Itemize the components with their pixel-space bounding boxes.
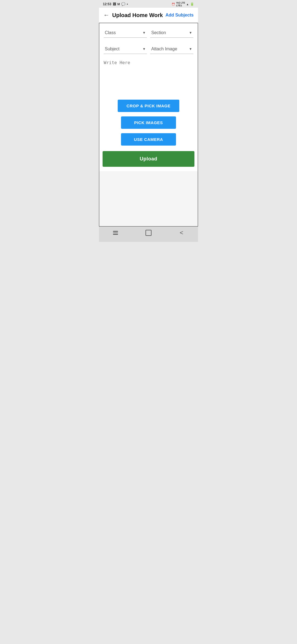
upload-btn-container: Upload (99, 151, 198, 171)
home-button[interactable] (143, 228, 154, 238)
back-button[interactable]: ← (103, 12, 109, 19)
page-title: Upload Home Work (112, 12, 166, 18)
nav-bar: ← Upload Home Work Add Subjects (99, 8, 198, 23)
section-dropdown-label: Section (151, 30, 166, 35)
attach-image-dropdown[interactable]: Attach Image ▼ (150, 44, 193, 54)
crop-pick-image-button[interactable]: CROP & PICK IMAGE (118, 100, 179, 112)
pick-images-button[interactable]: PICK IMAGES (121, 116, 176, 129)
add-subjects-button[interactable]: Add Subjects (166, 13, 194, 18)
class-dropdown-label: Class (105, 30, 116, 35)
dot-indicator: • (127, 2, 128, 6)
alarm-icon: ⏰ (172, 3, 175, 6)
subject-dropdown-label: Subject (105, 47, 119, 51)
recents-button[interactable] (110, 228, 121, 238)
chat-icon: 💬 (121, 2, 125, 6)
bottom-nav-bar: < (99, 227, 198, 242)
class-dropdown-arrow: ▼ (142, 31, 146, 35)
attach-image-arrow: ▼ (189, 47, 192, 51)
back-nav-button[interactable]: < (176, 228, 187, 238)
signal-icon: ▲ (186, 3, 189, 6)
battery-icon: 🔋 (190, 2, 194, 6)
status-time: 12:53 (103, 2, 111, 6)
subject-dropdown-arrow: ▼ (142, 47, 146, 51)
text-area-container[interactable] (99, 56, 198, 94)
status-bar: 12:53 🖼 M 💬 • ⏰ Vo) LTELTE1 ▲ 🔋 (99, 0, 198, 8)
spacer (99, 171, 198, 226)
subject-dropdown[interactable]: Subject ▼ (104, 44, 147, 54)
section-dropdown[interactable]: Section ▼ (150, 28, 193, 38)
subject-attach-row: Subject ▼ Attach Image ▼ (99, 39, 198, 56)
write-here-input[interactable] (104, 60, 193, 93)
class-dropdown[interactable]: Class ▼ (104, 28, 147, 38)
volte-label: Vo) LTELTE1 (176, 1, 185, 7)
status-bar-left: 12:53 🖼 M 💬 • (103, 2, 128, 6)
gmail-icon: M (117, 2, 120, 6)
section-dropdown-arrow: ▼ (189, 31, 192, 35)
upload-button[interactable]: Upload (103, 151, 194, 167)
class-section-row: Class ▼ Section ▼ (99, 23, 198, 39)
use-camera-button[interactable]: USE CAMERA (121, 133, 176, 146)
recents-icon (113, 231, 118, 235)
action-buttons: CROP & PICK IMAGE PICK IMAGES USE CAMERA (99, 94, 198, 151)
back-nav-icon: < (180, 229, 183, 236)
gallery-icon: 🖼 (113, 2, 116, 6)
status-bar-right: ⏰ Vo) LTELTE1 ▲ 🔋 (172, 1, 194, 7)
home-icon (145, 230, 152, 236)
main-content: Class ▼ Section ▼ Subject ▼ Attach Image… (99, 23, 198, 227)
attach-image-label: Attach Image (151, 47, 177, 51)
